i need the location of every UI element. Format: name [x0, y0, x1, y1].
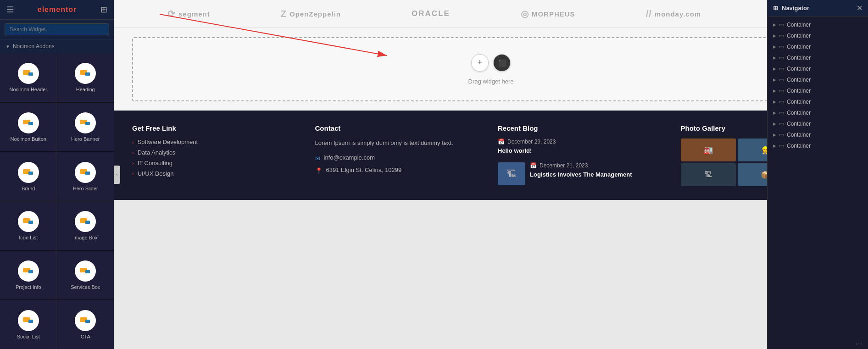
logo-oracle: ORACLE: [412, 9, 450, 18]
svg-rect-1: [28, 72, 33, 76]
nav-container-7[interactable]: ▶ ▭ Container: [768, 85, 868, 96]
cta-icon: [75, 310, 96, 331]
widget-heading[interactable]: Heading: [57, 53, 114, 102]
widget-hero-banner[interactable]: Hero Banner: [57, 103, 114, 152]
nav-container-icon: ▭: [779, 77, 784, 83]
widget-image-box[interactable]: Image Box: [57, 201, 114, 250]
svg-rect-5: [28, 122, 33, 125]
search-input[interactable]: [5, 23, 109, 35]
widget-label: Icon List: [19, 235, 38, 240]
hamburger-menu-icon[interactable]: ☰: [6, 5, 14, 15]
navigator-panel: ⊞ Navigator ✕ ▶ ▭ Container ▶ ▭ Containe…: [767, 0, 868, 349]
nav-container-12[interactable]: ▶ ▭ Container: [768, 140, 868, 151]
widget-hero-slider[interactable]: Hero Slider: [57, 152, 114, 201]
widget-label: Image Box: [73, 235, 98, 240]
widget-services-box[interactable]: Services Box: [57, 251, 114, 300]
heading-icon: [75, 63, 96, 84]
svg-rect-13: [28, 221, 33, 224]
nav-container-icon: ▭: [779, 44, 784, 50]
widget-label: Project Info: [16, 284, 41, 290]
drop-zone[interactable]: + ⬛ Drag widget here: [132, 37, 850, 101]
footer-links-title: Get Free Link: [132, 124, 301, 132]
section-arrow-icon: ▼: [6, 44, 10, 49]
widget-grid: Nocimon Header Heading Nocimon Button He…: [0, 53, 114, 349]
canvas-scroll: ⟳ segment Z OpenZeppelin ORACLE ◎ MORPHE…: [114, 0, 868, 349]
hero-slider-icon: [75, 162, 96, 183]
nav-expand-icon: ▶: [773, 100, 776, 104]
drop-zone-wrapper: + ⬛ Drag widget here: [114, 28, 868, 111]
navigator-more-button[interactable]: …: [768, 335, 868, 349]
navigator-items: ▶ ▭ Container ▶ ▭ Container ▶ ▭ Containe…: [768, 17, 868, 335]
blog-title-2[interactable]: Logistics Involves The Management: [530, 171, 632, 179]
blog-entry-2: 🏗 📅 December 21, 2023 Logistics Involves…: [498, 162, 667, 185]
image-box-icon: [75, 211, 96, 232]
footer-link-consulting[interactable]: › IT Consulting: [132, 160, 301, 166]
nav-container-10[interactable]: ▶ ▭ Container: [768, 118, 868, 129]
footer-link-uiux[interactable]: › UI/UX Design: [132, 170, 301, 177]
widget-cta[interactable]: CTA: [57, 300, 114, 349]
nav-container-icon: ▭: [779, 22, 784, 28]
social-list-icon: [18, 310, 39, 331]
nav-container-4[interactable]: ▶ ▭ Container: [768, 52, 868, 63]
chevron-icon: ›: [132, 150, 134, 155]
blog-thumbnail: 🏗: [498, 162, 525, 185]
logos-bar: ⟳ segment Z OpenZeppelin ORACLE ◎ MORPHE…: [114, 0, 868, 28]
blog-date-1: 📅 December 29, 2023: [498, 138, 667, 145]
svg-rect-9: [28, 172, 33, 175]
add-widget-button[interactable]: +: [471, 54, 489, 72]
collapse-handle[interactable]: ‹: [114, 166, 120, 184]
widget-label: CTA: [81, 334, 90, 339]
widget-nocimon-header[interactable]: Nocimon Header: [0, 53, 57, 102]
widget-project-info[interactable]: Project Info: [0, 251, 57, 300]
nav-container-9[interactable]: ▶ ▭ Container: [768, 107, 868, 118]
navigator-close-button[interactable]: ✕: [857, 4, 862, 12]
logo-morpheus: ◎ MORPHEUS: [521, 8, 575, 19]
navigator-header: ⊞ Navigator ✕: [768, 0, 868, 17]
footer-link-software[interactable]: › Software Development: [132, 138, 301, 145]
section-title[interactable]: ▼ Nocimon Addons: [0, 39, 114, 53]
nav-container-8[interactable]: ▶ ▭ Container: [768, 96, 868, 107]
nav-expand-icon: ▶: [773, 111, 776, 115]
calendar-icon: 📅: [530, 162, 537, 169]
widget-social-list[interactable]: Social List: [0, 300, 57, 349]
logo-openzeppelin: Z OpenZeppelin: [281, 9, 341, 19]
icon-list-icon: [18, 211, 39, 232]
nav-container-icon: ▭: [779, 66, 784, 72]
photo-4[interactable]: 🏗: [681, 163, 736, 186]
nav-container-6[interactable]: ▶ ▭ Container: [768, 74, 868, 85]
nocimon-header-icon: [18, 63, 39, 84]
nav-container-1[interactable]: ▶ ▭ Container: [768, 19, 868, 30]
nav-container-11[interactable]: ▶ ▭ Container: [768, 129, 868, 140]
template-button[interactable]: ⬛: [493, 54, 511, 72]
nav-expand-icon: ▶: [773, 144, 776, 148]
blog-title-1[interactable]: Hello world!: [498, 147, 667, 155]
grid-icon[interactable]: ⊞: [100, 5, 107, 15]
blog-entry-1: 📅 December 29, 2023 Hello world!: [498, 138, 667, 155]
drop-zone-buttons: + ⬛: [471, 54, 511, 72]
nav-container-2[interactable]: ▶ ▭ Container: [768, 30, 868, 41]
widget-label: Heading: [76, 87, 95, 92]
nav-container-5[interactable]: ▶ ▭ Container: [768, 63, 868, 74]
location-icon: 📍: [315, 167, 323, 174]
widget-brand[interactable]: Brand: [0, 152, 57, 201]
project-info-icon: [18, 260, 39, 282]
nocimon-button-icon: [18, 112, 39, 133]
widget-nocimon-button[interactable]: Nocimon Button: [0, 103, 57, 152]
widget-icon-list[interactable]: Icon List: [0, 201, 57, 250]
svg-rect-11: [85, 172, 90, 175]
photo-1[interactable]: 🏭: [681, 138, 736, 161]
svg-rect-7: [85, 122, 90, 125]
nav-container-icon: ▭: [779, 143, 784, 149]
navigator-panel-icon: ⊞: [773, 5, 778, 11]
svg-rect-15: [85, 221, 90, 224]
hero-banner-icon: [75, 112, 96, 133]
widget-label: Hero Slider: [73, 186, 98, 191]
footer-col-contact: Contact Lorem Ipsum is simply dumi omy i…: [315, 124, 484, 191]
nav-container-icon: ▭: [779, 88, 784, 94]
widget-label: Services Box: [71, 284, 100, 290]
nav-container-icon: ▭: [779, 99, 784, 105]
nav-expand-icon: ▶: [773, 66, 776, 71]
footer-link-analytics[interactable]: › Data Analytics: [132, 149, 301, 156]
nav-container-3[interactable]: ▶ ▭ Container: [768, 41, 868, 52]
nav-expand-icon: ▶: [773, 122, 776, 126]
